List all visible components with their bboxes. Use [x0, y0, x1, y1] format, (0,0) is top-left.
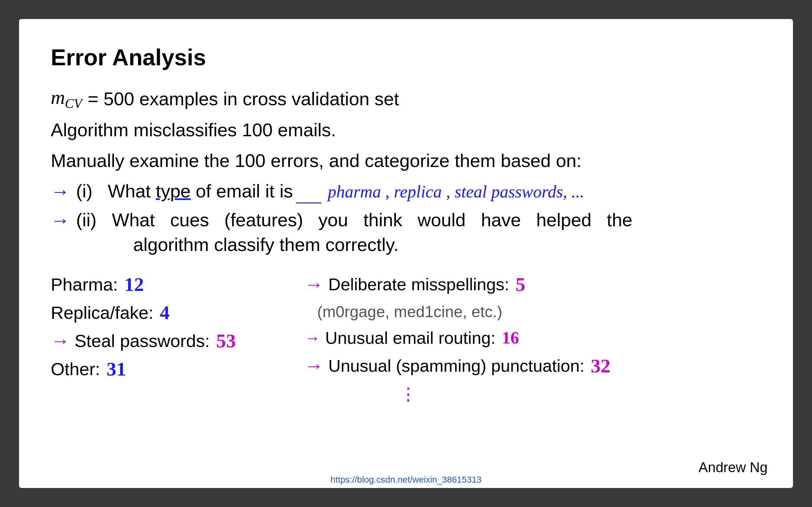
bullet-ii-line1: (ii) What cues (features) you think woul…	[76, 210, 632, 230]
bullet-i-text: (i) What type of email it ispharma , rep…	[76, 179, 584, 204]
arrow-steal-icon: →	[51, 330, 70, 352]
cat-replica-label: Replica/fake:	[51, 302, 154, 323]
cat-other-label: Other:	[51, 359, 100, 379]
bullet-i-type: type	[156, 181, 191, 201]
bullet-ii-line2: algorithm classify them correctly.	[133, 234, 399, 255]
left-column: Pharma: 12 Replica/fake: 4 → Steal passw…	[51, 273, 273, 404]
arrow-ii-icon: →	[51, 208, 70, 233]
arrow-misspell-icon: →	[305, 274, 323, 295]
line2: Algorithm misclassifies 100 emails.	[51, 118, 761, 142]
slide: Error Analysis mCV = 500 examples in cro…	[19, 19, 793, 488]
cat-other: Other: 31	[51, 358, 273, 380]
feature-punctuation-value: 32	[591, 354, 610, 377]
right-column: → Deliberate misspellings: 5 (m0rgage, m…	[292, 273, 761, 404]
bullet-i: → (i) What type of email it ispharma , r…	[51, 179, 761, 205]
cat-pharma: Pharma: 12	[51, 273, 273, 296]
bullet-i-rest: of email it is	[191, 181, 293, 201]
dots-decoration: ⋮	[400, 384, 761, 404]
feature-misspellings-value: 5	[515, 273, 525, 296]
formula-equals: = 500 examples in cross validation set	[88, 88, 399, 109]
footer-url: https://blog.csdn.net/weixin_38615313	[19, 475, 793, 485]
attribution: Andrew Ng	[699, 459, 768, 475]
bottom-section: Pharma: 12 Replica/fake: 4 → Steal passw…	[51, 273, 761, 404]
cat-pharma-value: 12	[124, 273, 144, 296]
arrow-i-icon: →	[51, 179, 70, 205]
formula-mcv: mCV	[51, 86, 82, 111]
bullet-ii: → (ii) What cues (features) you think wo…	[51, 208, 761, 257]
cat-steal: → Steal passwords: 53	[51, 330, 273, 352]
bullet-i-label: (i) What	[76, 181, 156, 201]
cat-replica-value: 4	[160, 301, 170, 324]
bullet-ii-text: (ii) What cues (features) you think woul…	[76, 208, 632, 257]
bullet-i-handwritten: pharma , replica , steal passwords, ...	[328, 182, 584, 201]
feature-punctuation-label: Unusual (spamming) punctuation:	[328, 356, 584, 376]
cat-pharma-label: Pharma:	[51, 274, 118, 295]
feature-misspellings-label: Deliberate misspellings:	[328, 274, 509, 294]
slide-title: Error Analysis	[51, 44, 761, 70]
cat-steal-value: 53	[216, 330, 236, 352]
feature-routing: → Unusual email routing: 16	[305, 328, 761, 348]
feature-punctuation: → Unusual (spamming) punctuation: 32	[305, 354, 761, 377]
feature-misspellings: → Deliberate misspellings: 5	[305, 273, 761, 296]
feature-routing-value: 16	[502, 328, 519, 348]
line3: Manually examine the 100 errors, and cat…	[51, 148, 761, 173]
formula-line: mCV = 500 examples in cross validation s…	[51, 86, 761, 111]
feature-misspellings-sub: (m0rgage, med1cine, etc.)	[317, 302, 761, 321]
cat-replica: Replica/fake: 4	[51, 301, 273, 324]
cat-steal-label: Steal passwords:	[74, 331, 210, 351]
feature-routing-label: Unusual email routing:	[325, 328, 496, 348]
cat-other-value: 31	[107, 358, 126, 380]
arrow-punct-icon: →	[305, 355, 323, 377]
arrow-routing-icon: →	[305, 329, 320, 347]
